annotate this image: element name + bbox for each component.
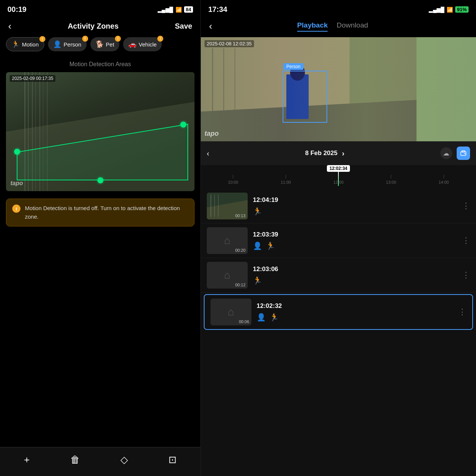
home-icon-3: ⌂ <box>224 269 231 281</box>
home-icon-2: ⌂ <box>224 235 231 247</box>
zone-dot-tr[interactable] <box>180 122 186 128</box>
event-thumb-4: ⌂ 00:06 <box>210 299 251 325</box>
tag-motion[interactable]: 🏃 Motion ! <box>6 37 44 51</box>
person-tag-icon: 👤 <box>53 40 61 48</box>
event-1-info: 12:04:19 🏃 <box>253 196 457 216</box>
svg-rect-9 <box>234 48 235 130</box>
tick-1300: 13:00 <box>365 175 418 184</box>
event-2-more-button[interactable]: ⋮ <box>462 236 470 245</box>
cloud-storage-button[interactable]: ☁ <box>440 147 452 159</box>
event-3-info: 12:03:06 🏃 <box>253 266 457 285</box>
person-detection-label: Person <box>283 63 303 70</box>
timeline[interactable]: 12:02:34 10:00 11:00 12:00 13:00 14 <box>201 165 476 186</box>
camera-view-left[interactable]: 2025-02-09 00:17:35 tapo <box>6 72 194 191</box>
tag-pet[interactable]: 🐕 Pet ! <box>90 37 120 51</box>
date-nav: ‹ 8 Feb 2025 › ☁ <box>201 141 476 165</box>
event-4-more-button[interactable]: ⋮ <box>458 307 466 317</box>
event-1-time: 12:04:19 <box>253 196 457 204</box>
svg-rect-21 <box>218 194 219 217</box>
left-status-icons: ▂▄▆█ 📶 84 <box>158 6 193 13</box>
cursor-line <box>338 172 339 186</box>
tab-playback[interactable]: Playback <box>297 21 328 32</box>
grid-icon: ⊡ <box>168 454 177 466</box>
person-icon-4: 👤 <box>257 313 266 322</box>
right-status-icons: ▂▄▆█ 📶 91% <box>429 6 469 13</box>
right-time: 17:34 <box>208 5 227 14</box>
event-3-time: 12:03:06 <box>253 266 457 273</box>
vehicle-tag-icon: 🚗 <box>128 40 136 48</box>
tick-label-1100: 11:00 <box>281 180 291 184</box>
header-tabs: Playback Download <box>297 21 368 32</box>
tab-download[interactable]: Download <box>337 21 368 32</box>
event-item-3[interactable]: ⌂ 00:12 12:03:06 🏃 ⋮ <box>201 258 476 293</box>
delete-zone-button[interactable]: 🗑 <box>70 454 80 466</box>
events-list: 00:13 12:04:19 🏃 ⋮ ⌂ 00:20 12:03:39 👤 🏃 <box>201 186 476 476</box>
vehicle-tag-label: Vehicle <box>139 41 157 48</box>
delete-icon: 🗑 <box>70 454 80 466</box>
current-date: 8 Feb 2025 <box>305 149 338 157</box>
video-timestamp: 2025-02-08 12:02:35 <box>205 40 254 47</box>
event-3-icons: 🏃 <box>253 276 457 285</box>
zone-dot-tl[interactable] <box>14 149 20 155</box>
event-4-duration: 00:06 <box>239 319 249 324</box>
event-item-1[interactable]: 00:13 12:04:19 🏃 ⋮ <box>201 189 476 223</box>
next-date-button[interactable]: › <box>342 149 344 158</box>
event-1-more-button[interactable]: ⋮ <box>462 201 470 211</box>
grid-button[interactable]: ⊡ <box>168 454 177 466</box>
back-button-left[interactable]: ‹ <box>8 20 12 32</box>
warning-text: Motion Detection is turned off. Turn on … <box>25 204 188 221</box>
person-tag-label: Person <box>64 41 81 48</box>
svg-marker-10 <box>201 97 476 141</box>
svg-rect-5 <box>201 37 476 141</box>
date-nav-center: 8 Feb 2025 › <box>305 149 345 158</box>
detection-areas-label: Motion Detection Areas <box>0 61 200 68</box>
wifi-icon: 📶 <box>176 7 182 13</box>
status-bar-left: 00:19 ▂▄▆█ 📶 84 <box>0 0 200 17</box>
event-2-duration: 00:20 <box>235 248 245 253</box>
event-4-time: 12:02:32 <box>257 302 453 310</box>
tick-1400: 14:00 <box>417 175 470 184</box>
back-button-right[interactable]: ‹ <box>209 20 212 32</box>
video-player[interactable]: 2025-02-08 12:02:35 Person tapo <box>201 37 476 141</box>
person-tag-badge: ! <box>82 36 88 42</box>
tick-label-1400: 14:00 <box>438 180 449 184</box>
battery-indicator-right: 91% <box>455 6 469 13</box>
pet-tag-label: Pet <box>106 41 115 48</box>
tick-1100: 11:00 <box>260 175 312 184</box>
page-title-left: Activity Zones <box>68 22 119 30</box>
vehicle-tag-badge: ! <box>157 36 163 42</box>
event-4-icons: 👤 🏃 <box>257 313 453 322</box>
tick-label-1300: 13:00 <box>386 180 396 184</box>
add-icon: + <box>24 454 29 466</box>
svg-rect-8 <box>223 48 224 130</box>
event-3-more-button[interactable]: ⋮ <box>462 270 470 280</box>
video-feed <box>201 37 476 141</box>
svg-rect-19 <box>210 194 211 217</box>
tag-person[interactable]: 👤 Person ! <box>48 37 87 51</box>
left-panel: 00:19 ▂▄▆█ 📶 84 ‹ Activity Zones Save 🏃 … <box>0 0 201 476</box>
warning-banner: i Motion Detection is turned off. Turn o… <box>6 199 194 226</box>
storage-icons: ☁ <box>440 147 470 160</box>
svg-rect-11 <box>416 37 476 141</box>
warning-icon: i <box>12 205 20 213</box>
right-panel: 17:34 ▂▄▆█ 📶 91% ‹ Playback Download <box>201 0 476 476</box>
event-thumb-2: ⌂ 00:20 <box>207 227 248 254</box>
zone-dot-bl[interactable] <box>97 177 103 183</box>
zone-overlay[interactable] <box>6 72 194 191</box>
svg-rect-20 <box>214 194 215 217</box>
tick-label-1000: 10:00 <box>228 180 238 184</box>
add-zone-button[interactable]: + <box>24 454 29 466</box>
clear-zone-button[interactable]: ◇ <box>120 454 128 466</box>
wifi-icon-right: 📶 <box>447 7 453 13</box>
event-item-2[interactable]: ⌂ 00:20 12:03:39 👤 🏃 ⋮ <box>201 223 476 258</box>
event-item-4[interactable]: ⌂ 00:06 12:02:32 👤 🏃 ⋮ <box>204 294 473 330</box>
bottom-toolbar: + 🗑 ◇ ⊡ <box>0 447 200 476</box>
tag-vehicle[interactable]: 🚗 Vehicle ! <box>123 37 162 51</box>
event-3-duration: 00:12 <box>235 283 245 287</box>
motion-icon-4: 🏃 <box>270 313 279 322</box>
erase-icon: ◇ <box>120 454 128 466</box>
save-button[interactable]: Save <box>175 22 192 30</box>
local-storage-button[interactable] <box>457 147 470 160</box>
header-right: ‹ Playback Download <box>201 17 476 37</box>
prev-date-button[interactable]: ‹ <box>207 149 209 158</box>
